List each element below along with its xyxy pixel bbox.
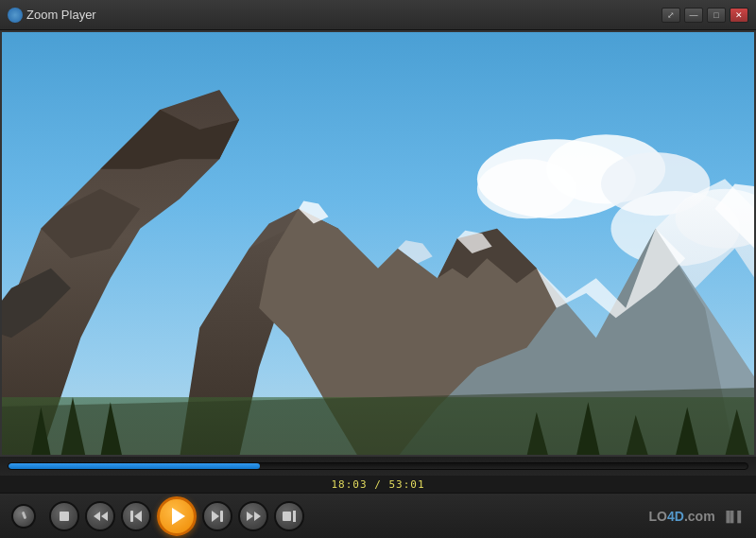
logo-text-4d: 4D bbox=[667, 509, 684, 524]
stop-button[interactable] bbox=[49, 501, 79, 531]
logo-area: LO4D.com ▐▌▌ bbox=[649, 509, 745, 524]
skip-back-button[interactable] bbox=[121, 501, 151, 531]
minimize-button[interactable]: — bbox=[684, 8, 703, 23]
skip-back-icon bbox=[130, 511, 142, 522]
title-bar: Zoom Player ⤢ — □ ✕ bbox=[0, 0, 756, 30]
time-display: 18:03 / 53:01 bbox=[331, 478, 424, 491]
end-button[interactable] bbox=[274, 501, 304, 531]
progress-track[interactable] bbox=[8, 462, 748, 470]
app-icon bbox=[8, 8, 23, 23]
window-title: Zoom Player bbox=[26, 8, 96, 22]
skip-fwd-button[interactable] bbox=[202, 501, 232, 531]
time-display-bar: 18:03 / 53:01 bbox=[0, 476, 756, 493]
title-left: Zoom Player bbox=[8, 8, 96, 23]
progress-area[interactable] bbox=[0, 457, 756, 476]
window-controls: ⤢ — □ ✕ bbox=[662, 8, 748, 23]
play-button[interactable] bbox=[157, 496, 197, 536]
speaker-icon: ▐▌▌ bbox=[723, 511, 745, 522]
expand-button[interactable]: ⤢ bbox=[662, 8, 680, 23]
video-area[interactable] bbox=[0, 30, 756, 457]
svg-point-3 bbox=[477, 159, 576, 218]
video-display bbox=[0, 30, 756, 457]
skip-fwd-icon bbox=[212, 511, 223, 522]
rewind-button[interactable] bbox=[85, 501, 115, 531]
end-icon bbox=[283, 511, 296, 522]
maximize-button[interactable]: □ bbox=[707, 8, 726, 23]
logo-text-lo: LO bbox=[649, 509, 667, 524]
fast-fwd-button[interactable] bbox=[238, 501, 268, 531]
close-button[interactable]: ✕ bbox=[730, 8, 748, 23]
fast-fwd-icon bbox=[247, 512, 261, 521]
stop-icon bbox=[60, 512, 69, 521]
rewind-icon bbox=[94, 512, 108, 521]
volume-knob[interactable] bbox=[11, 504, 36, 529]
controls-bar: LO4D.com ▐▌▌ bbox=[0, 493, 756, 538]
progress-fill bbox=[9, 463, 260, 469]
logo-text-suffix: .com bbox=[684, 509, 715, 524]
volume-area bbox=[11, 504, 36, 529]
lo4d-logo: LO4D.com bbox=[649, 509, 715, 524]
